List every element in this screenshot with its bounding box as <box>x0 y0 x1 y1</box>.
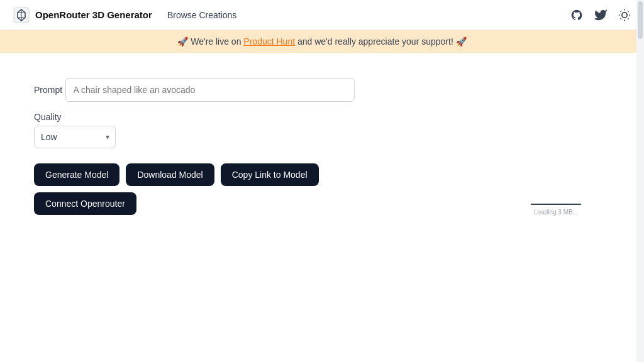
logo-area: OpenRouter 3D Generator <box>13 6 152 24</box>
main-content: Prompt Quality Low Medium High ▾ Generat… <box>0 53 644 240</box>
twitter-icon[interactable] <box>594 8 608 22</box>
copy-link-button[interactable]: Copy Link to Model <box>221 163 319 186</box>
scrollbar-thumb[interactable] <box>638 1 643 39</box>
scrollbar[interactable] <box>636 0 644 362</box>
svg-line-13 <box>628 11 628 11</box>
svg-point-5 <box>622 12 627 17</box>
github-icon[interactable] <box>570 8 584 22</box>
settings-icon[interactable] <box>618 8 631 22</box>
loading-area: Loading 3 MB... <box>531 204 581 216</box>
prompt-input[interactable] <box>65 78 355 102</box>
banner-suffix: and we'd really appreciate your support!… <box>295 36 467 47</box>
svg-line-8 <box>621 11 621 11</box>
logo-icon <box>13 6 30 24</box>
svg-line-12 <box>621 18 621 19</box>
banner-prefix: 🚀 We're live on <box>177 36 243 47</box>
header-right <box>570 8 631 22</box>
connect-openrouter-button[interactable]: Connect Openrouter <box>34 192 136 215</box>
product-hunt-link[interactable]: Product Hunt <box>243 36 295 47</box>
quality-select-wrapper: Low Medium High ▾ <box>34 126 116 148</box>
quality-label: Quality <box>34 112 610 122</box>
header: OpenRouter 3D Generator Browse Creations <box>0 0 644 30</box>
header-left: OpenRouter 3D Generator Browse Creations <box>13 6 236 24</box>
generate-model-button[interactable]: Generate Model <box>34 163 119 186</box>
prompt-label: Prompt <box>34 85 62 95</box>
logo-text: OpenRouter 3D Generator <box>35 9 152 20</box>
buttons-row-2: Connect Openrouter <box>34 192 610 215</box>
quality-select[interactable]: Low Medium High <box>34 126 116 148</box>
product-hunt-banner: 🚀 We're live on Product Hunt and we'd re… <box>0 30 644 53</box>
download-model-button[interactable]: Download Model <box>126 163 214 186</box>
buttons-row-1: Generate Model Download Model Copy Link … <box>34 163 610 186</box>
loading-progress-line <box>531 204 581 205</box>
loading-text: Loading 3 MB... <box>534 209 578 216</box>
svg-line-9 <box>628 18 628 19</box>
nav-browse-creations[interactable]: Browse Creations <box>167 10 237 20</box>
